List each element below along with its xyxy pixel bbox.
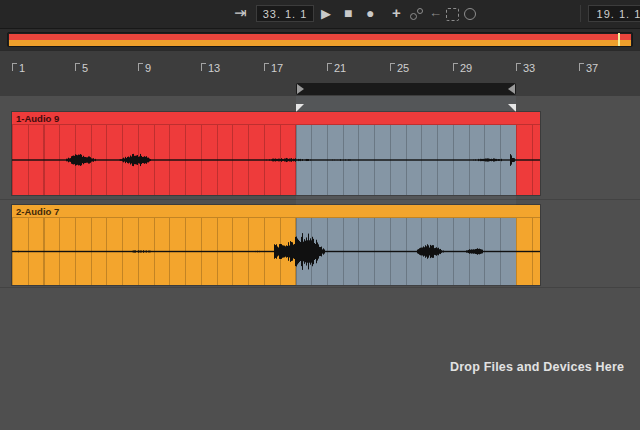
clip-waveform-region[interactable]	[12, 125, 540, 195]
arrangement-position-field[interactable]: 33. 1. 1	[256, 5, 314, 22]
clip-title-bar[interactable]: 2-Audio 7	[12, 205, 540, 218]
ruler-tick: 5	[75, 62, 88, 74]
ruler-tick: 17	[264, 62, 283, 74]
overview-clip-orange	[9, 40, 631, 46]
waveform-canvas	[12, 125, 540, 195]
transport-divider	[580, 5, 581, 22]
follow-icon[interactable]: ⇥	[234, 5, 247, 20]
transport-bar: ⇥ 33. 1. 1 ▶ ■ ● + ← 19. 1. 1.	[0, 0, 640, 29]
selection-handle-right[interactable]	[508, 104, 516, 112]
automation-arm-icon[interactable]	[410, 8, 424, 20]
loop-end-handle-icon[interactable]	[508, 84, 515, 94]
loop-start-handle-icon[interactable]	[297, 84, 304, 94]
add-button[interactable]: +	[392, 5, 401, 20]
arrangement-area[interactable]: 1-Audio 9 2-Audio 7 Drop Files and Devic…	[0, 96, 640, 430]
ruler-tick: 25	[390, 62, 409, 74]
ruler-tick: 33	[516, 62, 535, 74]
ruler-tick: 1	[12, 62, 25, 74]
selection-box-icon[interactable]	[446, 8, 459, 21]
secondary-position-field[interactable]: 19. 1. 1.	[588, 5, 640, 22]
waveform-canvas	[12, 218, 540, 285]
clip-name: 2-Audio 7	[16, 206, 59, 217]
clip-title-bar[interactable]: 1-Audio 9	[12, 112, 540, 125]
ruler-tick: 21	[327, 62, 346, 74]
track-lane-divider	[0, 199, 640, 200]
clip-audio-9[interactable]: 1-Audio 9	[12, 112, 540, 195]
clip-waveform-region[interactable]	[12, 218, 540, 285]
daw-arrangement-view: ⇥ 33. 1. 1 ▶ ■ ● + ← 19. 1. 1. 159131721…	[0, 0, 640, 430]
clip-audio-7[interactable]: 2-Audio 7	[12, 205, 540, 285]
track-lane-divider	[0, 287, 640, 288]
loop-brace[interactable]	[296, 83, 517, 95]
drop-files-hint: Drop Files and Devices Here	[450, 360, 624, 374]
overview-strip-background	[0, 28, 640, 50]
record-button[interactable]: ●	[366, 6, 374, 20]
arrangement-overview[interactable]	[7, 32, 633, 47]
playhead-marker	[618, 33, 620, 46]
play-button[interactable]: ▶	[321, 7, 331, 20]
re-enable-automation-icon[interactable]: ←	[429, 6, 442, 19]
selection-handle-left[interactable]	[296, 104, 304, 112]
ruler-tick: 29	[453, 62, 472, 74]
beat-time-ruler[interactable]: 15913172125293337	[0, 51, 640, 79]
ruler-tick: 13	[201, 62, 220, 74]
ruler-strip: 15913172125293337	[0, 50, 640, 97]
loop-icon[interactable]	[464, 8, 476, 20]
ruler-tick: 37	[579, 62, 598, 74]
stop-button[interactable]: ■	[344, 6, 352, 20]
clip-name: 1-Audio 9	[16, 113, 59, 124]
ruler-tick: 9	[138, 62, 151, 74]
